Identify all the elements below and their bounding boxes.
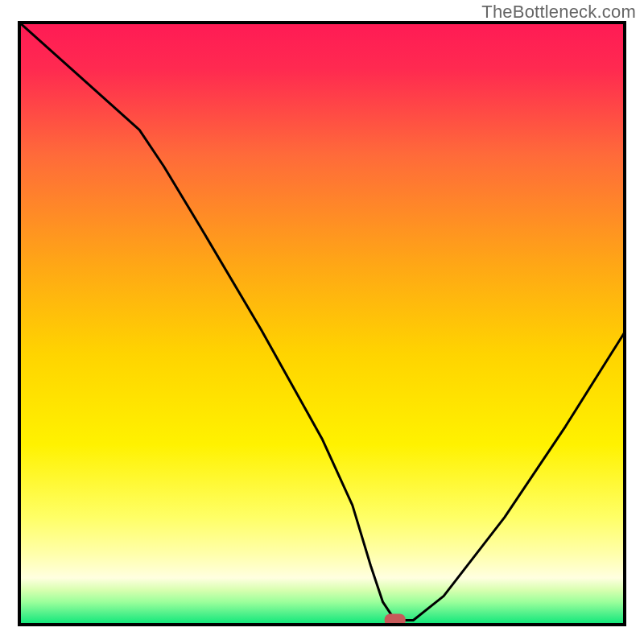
plot-area [18, 21, 626, 626]
chart-container: TheBottleneck.com [0, 0, 644, 644]
watermark-text: TheBottleneck.com [481, 2, 636, 23]
plot-frame [18, 21, 626, 626]
svg-rect-1 [19, 23, 625, 625]
